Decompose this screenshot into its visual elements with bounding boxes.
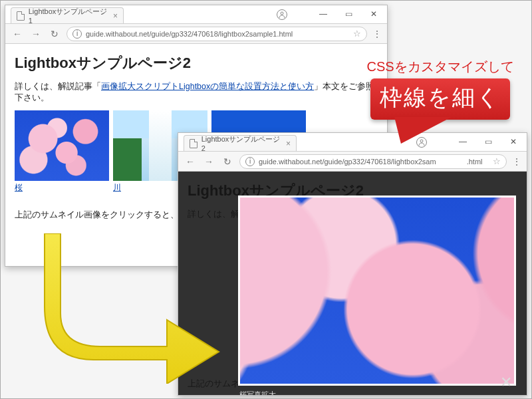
- page-title: Lightboxサンプルページ2: [15, 53, 378, 73]
- minimize-button[interactable]: —: [451, 134, 475, 149]
- profile-icon[interactable]: [277, 9, 287, 20]
- tab-title: Lightboxサンプルページ1: [29, 7, 109, 25]
- lightbox-close-icon[interactable]: ✕: [500, 374, 512, 391]
- back-button[interactable]: ←: [184, 156, 197, 167]
- tab-close-icon[interactable]: ×: [113, 11, 118, 21]
- svg-point-0: [281, 12, 283, 15]
- address-bar: ← → ↻ i guide.withabout.net/guide/gp332/…: [178, 152, 527, 172]
- url-input[interactable]: i guide.withabout.net/guide/gp332/470618…: [66, 27, 367, 41]
- close-button[interactable]: ✕: [362, 7, 386, 21]
- window-buttons: — ▭ ✕: [311, 7, 386, 21]
- menu-kebab-icon[interactable]: ⋮: [372, 29, 382, 39]
- forward-button[interactable]: →: [202, 156, 215, 167]
- tab-title: Lightboxサンプルページ2: [201, 134, 282, 152]
- reload-button[interactable]: ↻: [48, 29, 61, 39]
- browser-tab[interactable]: Lightboxサンプルページ2 ×: [184, 135, 297, 151]
- maximize-button[interactable]: ▭: [476, 134, 500, 149]
- page-icon: [17, 11, 25, 21]
- back-button[interactable]: ←: [11, 29, 24, 39]
- titlebar: Lightboxサンプルページ1 × — ▭ ✕: [5, 5, 387, 24]
- sakura-thumbnail[interactable]: [15, 110, 109, 181]
- page-icon: [190, 139, 198, 148]
- bookmark-star-icon[interactable]: ☆: [493, 156, 501, 166]
- minimize-button[interactable]: —: [311, 7, 335, 21]
- url-input[interactable]: i guide.withabout.net/guide/gp332/470618…: [239, 154, 507, 169]
- bookmark-star-icon[interactable]: ☆: [353, 29, 361, 39]
- window-buttons: — ▭ ✕: [451, 134, 525, 149]
- annotation-callout: CSSをカスタマイズして 枠線を細く: [355, 58, 525, 120]
- site-info-icon[interactable]: i: [245, 157, 255, 166]
- menu-kebab-icon[interactable]: ⋮: [512, 156, 521, 167]
- intro-text: 詳しくは、解説記事「画像拡大スクリプトLightboxの簡単な設置方法と使い方」…: [15, 81, 378, 104]
- lightbox-caption: 桜写真拡大: [239, 390, 276, 396]
- forward-button[interactable]: →: [29, 29, 43, 39]
- browser-tab[interactable]: Lightboxサンプルページ1 ×: [11, 7, 124, 23]
- intro-pre: 詳しくは、解説記事「: [15, 82, 101, 91]
- lightbox-frame: [238, 196, 516, 386]
- close-button[interactable]: ✕: [501, 134, 525, 149]
- callout-line1: CSSをカスタマイズして: [355, 58, 525, 76]
- url-text-tail: .html: [467, 158, 483, 166]
- tab-close-icon[interactable]: ×: [286, 139, 291, 148]
- lightbox-image: [240, 198, 514, 384]
- thumbnail-caption[interactable]: 桜: [15, 181, 109, 194]
- reload-button[interactable]: ↻: [221, 156, 234, 167]
- article-link[interactable]: 画像拡大スクリプトLightboxの簡単な設置方法と使い方: [101, 82, 314, 91]
- maximize-button[interactable]: ▭: [336, 7, 360, 21]
- site-info-icon[interactable]: i: [72, 29, 82, 39]
- page-content: Lightboxサンプルページ2 詳しくは、解 さい。 上記のサムネ 桜写真拡大…: [178, 172, 527, 395]
- titlebar: Lightboxサンプルページ2 × — ▭ ✕: [178, 133, 527, 152]
- callout-badge: 枠線を細く: [370, 78, 510, 120]
- thumbnail-item[interactable]: 桜: [15, 110, 109, 194]
- address-bar: ← → ↻ i guide.withabout.net/guide/gp332/…: [5, 24, 387, 44]
- url-text: guide.withabout.net/guide/gp332/470618/l…: [259, 158, 436, 166]
- browser-window-2: Lightboxサンプルページ2 × — ▭ ✕ ← → ↻ i guide.w…: [178, 132, 527, 396]
- url-text: guide.withabout.net/guide/gp332/470618/l…: [86, 30, 293, 38]
